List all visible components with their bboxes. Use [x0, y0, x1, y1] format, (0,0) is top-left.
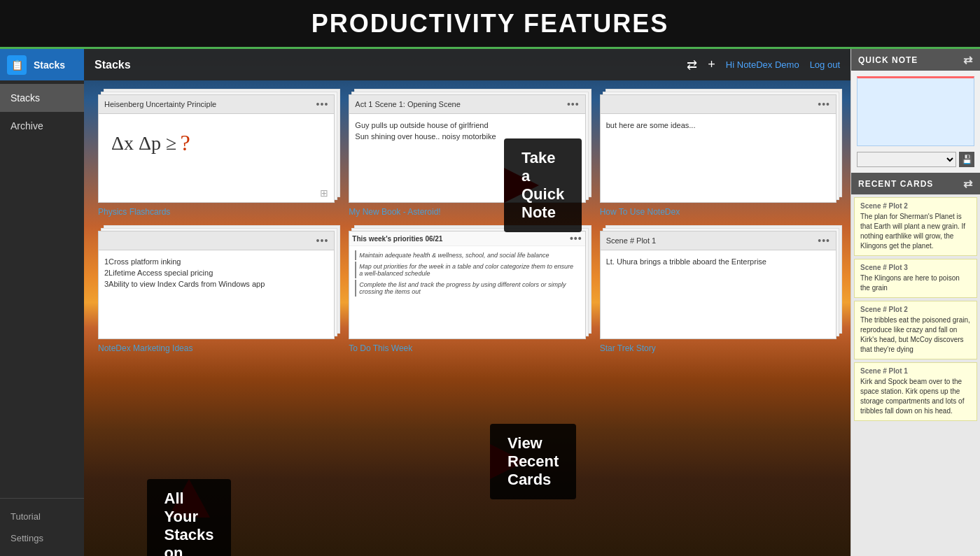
sidebar-bottom: Tutorial Settings — [0, 498, 84, 556]
quick-note-save-button[interactable]: 💾 — [959, 152, 974, 167]
sidebar-item-stacks[interactable]: Stacks — [0, 84, 84, 112]
stack-todo-col: This week's priorities 06/21 ••• Maintai… — [349, 231, 585, 353]
card-body-mkt: 1Cross platform inking 2Lifetime Access … — [99, 250, 334, 295]
card-header-st: Scene # Plot 1 ••• — [601, 231, 836, 250]
toolbar-right: ⇄ + Hi NoteDex Demo Log out — [687, 57, 840, 73]
quick-note-header: QUICK NOTE ⇄ — [851, 49, 980, 71]
mkt-line-3: 3Ability to view Index Cards from Window… — [104, 278, 328, 290]
recent-card-title-0: Scene # Plot 2 — [860, 202, 971, 210]
stacks-label: All Your Stacks on Home Page — [147, 479, 232, 556]
st-line-1: Lt. Uhura brings a tribble aboard the En… — [606, 256, 830, 267]
toolbar-stacks-label: Stacks — [94, 59, 680, 71]
stack-howto-col: ••• but here are some ideas... How To Us… — [600, 94, 836, 217]
card-title-todo: This week's priorities 06/21 — [352, 235, 442, 243]
formula-display: Δx Δp ≥ ? — [104, 120, 328, 166]
stack-front-howto: ••• but here are some ideas... — [600, 94, 836, 203]
todo-note-1: Maintain adequate health & wellness, sch… — [355, 250, 579, 260]
sidebar: 📋 Stacks Stacks Archive Tutorial Setting… — [0, 49, 84, 556]
sidebar-item-settings[interactable]: Settings — [10, 527, 74, 549]
stack-marketing-col: ••• 1Cross platform inking 2Lifetime Acc… — [98, 231, 335, 353]
card-menu-st[interactable]: ••• — [818, 235, 830, 246]
card-body-st: Lt. Uhura brings a tribble aboard the En… — [601, 250, 836, 273]
recent-card-text-3: Kirk and Spock beam over to the space st… — [860, 377, 971, 416]
formula-question: ? — [180, 130, 190, 156]
recent-cards-header-label: RECENT CARDS — [858, 179, 933, 189]
logout-button[interactable]: Log out — [810, 59, 840, 70]
recent-card-text-1: The Klingons are here to poison the grai… — [860, 273, 971, 293]
stacks-grid: Heisenberg Uncertainty Principle ••• Δx … — [84, 84, 850, 364]
note-line-1: Guy pulls up outside house of girlfriend — [355, 120, 579, 131]
stack-startrek-col: Scene # Plot 1 ••• Lt. Uhura brings a tr… — [600, 231, 836, 353]
recent-card-title-2: Scene # Plot 2 — [860, 306, 971, 313]
sidebar-item-archive[interactable]: Archive — [0, 112, 84, 140]
quick-note-stack-select[interactable] — [857, 152, 956, 167]
right-panel: QUICK NOTE ⇄ 💾 RECENT CARDS ⇄ Scene # Pl… — [850, 49, 980, 556]
card-header-book: Act 1 Scene 1: Opening Scene ••• — [349, 95, 584, 114]
quick-note-refresh-icon[interactable]: ⇄ — [963, 53, 973, 66]
recent-card-text-2: The tribbles eat the poisoned grain, rep… — [860, 315, 971, 355]
quick-note-annotation: Take a Quick Note — [504, 168, 539, 203]
stack-icon: ⊞ — [320, 187, 328, 199]
stack-front: Heisenberg Uncertainty Principle ••• Δx … — [98, 94, 335, 203]
user-label[interactable]: Hi NoteDex Demo — [726, 59, 799, 70]
refresh-icon[interactable]: ⇄ — [687, 57, 697, 73]
stack-label-startrek[interactable]: Star Trek Story — [600, 343, 656, 353]
recent-cards-refresh-icon[interactable]: ⇄ — [963, 177, 973, 190]
stack-front-todo: This week's priorities 06/21 ••• Maintai… — [349, 231, 585, 339]
sidebar-nav: Stacks Archive — [0, 80, 84, 498]
card-header-howto: ••• — [601, 95, 836, 114]
stack-label-physics[interactable]: Physics Flashcards — [98, 207, 170, 217]
recent-cards-annotation: View Recent Cards — [490, 444, 525, 479]
mkt-line-1: 1Cross platform inking — [104, 256, 328, 267]
stack-physics-col: Heisenberg Uncertainty Principle ••• Δx … — [98, 94, 335, 217]
main-layout: 📋 Stacks Stacks Archive Tutorial Setting… — [0, 49, 980, 556]
add-icon[interactable]: + — [708, 57, 715, 72]
sidebar-logo: 📋 — [7, 55, 27, 75]
stack-label-marketing[interactable]: NoteDex Marketing Ideas — [98, 343, 192, 353]
stack-todo[interactable]: This week's priorities 06/21 ••• Maintai… — [349, 231, 585, 339]
logo-icon: 📋 — [11, 59, 23, 71]
stack-marketing[interactable]: ••• 1Cross platform inking 2Lifetime Acc… — [98, 231, 335, 339]
quick-note-input[interactable] — [857, 76, 974, 146]
card-menu-howto[interactable]: ••• — [818, 99, 830, 110]
recent-card-title-1: Scene # Plot 3 — [860, 264, 971, 271]
recent-card-1[interactable]: Scene # Plot 3 The Klingons are here to … — [854, 259, 977, 298]
quick-note-header-label: QUICK NOTE — [858, 55, 918, 65]
recent-card-0[interactable]: Scene # Plot 2 The plan for Sherman's Pl… — [854, 197, 977, 256]
recent-cards-label: View Recent Cards — [490, 424, 576, 499]
sidebar-item-tutorial[interactable]: Tutorial — [10, 506, 74, 527]
todo-note-2: Map out priorities for the week in a tab… — [355, 262, 579, 278]
stack-front-mkt: ••• 1Cross platform inking 2Lifetime Acc… — [98, 231, 335, 339]
stack-howto[interactable]: ••• but here are some ideas... — [600, 94, 836, 203]
card-menu-dots[interactable]: ••• — [316, 99, 329, 110]
card-menu-mkt[interactable]: ••• — [316, 235, 329, 246]
card-header-todo: This week's priorities 06/21 ••• — [349, 231, 584, 246]
card-title-st: Scene # Plot 1 — [606, 236, 657, 245]
card-header-mkt: ••• — [99, 231, 334, 250]
background-image: Stacks ⇄ + Hi NoteDex Demo Log out — [84, 49, 850, 556]
stack-label-howto[interactable]: How To Use NoteDex — [600, 207, 680, 217]
sidebar-header: 📋 Stacks — [0, 49, 84, 80]
sidebar-title: Stacks — [34, 59, 65, 71]
quick-note-controls: 💾 — [857, 152, 974, 167]
recent-cards-header: RECENT CARDS ⇄ — [851, 173, 980, 194]
card-menu-book[interactable]: ••• — [567, 99, 580, 110]
stack-front-st: Scene # Plot 1 ••• Lt. Uhura brings a tr… — [600, 231, 836, 339]
recent-card-3[interactable]: Scene # Plot 1 Kirk and Spock beam over … — [854, 362, 977, 421]
recent-cards-list: Scene # Plot 2 The plan for Sherman's Pl… — [851, 194, 980, 556]
mkt-line-2: 2Lifetime Access special pricing — [104, 267, 328, 278]
stack-startrek[interactable]: Scene # Plot 1 ••• Lt. Uhura brings a tr… — [600, 231, 836, 339]
card-menu-todo[interactable]: ••• — [570, 233, 582, 244]
card-body: Δx Δp ≥ ? — [99, 114, 334, 172]
howto-text: but here are some ideas... — [606, 120, 830, 131]
stack-physics[interactable]: Heisenberg Uncertainty Principle ••• Δx … — [98, 94, 335, 203]
content-area: Stacks ⇄ + Hi NoteDex Demo Log out — [84, 49, 850, 556]
stack-label-todo[interactable]: To Do This Week — [349, 343, 412, 353]
todo-note-3: Complete the list and track the progress… — [355, 280, 579, 297]
recent-card-2[interactable]: Scene # Plot 2 The tribbles eat the pois… — [854, 301, 977, 359]
recent-card-text-0: The plan for Sherman's Planet is that Ea… — [860, 212, 971, 251]
stacks-annotation: All Your Stacks on Home Page — [168, 479, 210, 521]
card-title: Heisenberg Uncertainty Principle — [104, 100, 216, 108]
stack-label-book[interactable]: My New Book - Asteroid! — [349, 207, 440, 217]
quick-note-label: Take a Quick Note — [504, 138, 582, 232]
